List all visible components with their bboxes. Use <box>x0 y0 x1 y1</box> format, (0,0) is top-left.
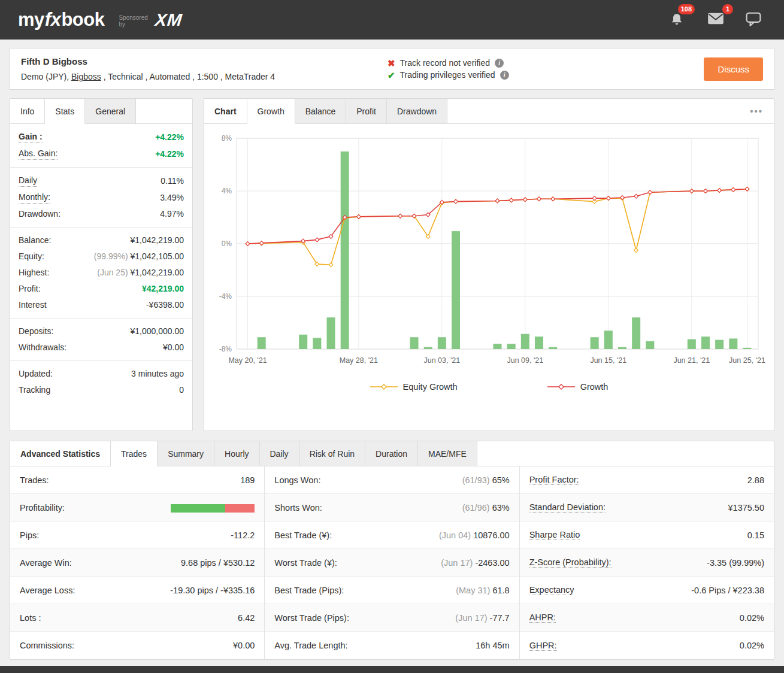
tab-profit[interactable]: Profit <box>346 99 387 124</box>
svg-text:8%: 8% <box>222 134 232 143</box>
stat-label[interactable]: Standard Deviation: <box>529 502 606 513</box>
stat-value: ¥1,042,219.00 <box>130 235 184 246</box>
stat-label[interactable]: Daily <box>19 175 37 187</box>
stat-value: +4.22% <box>155 148 184 160</box>
stat-label: Balance: <box>19 235 51 246</box>
stat-value: (May 31) 61.8 <box>456 586 509 595</box>
stat-value: 9.68 pips / ¥530.12 <box>181 558 255 568</box>
sponsored-line1: Sponsored <box>119 14 147 21</box>
stat-value-muted: (Jun 17) <box>441 558 475 568</box>
tab-daily[interactable]: Daily <box>260 441 299 466</box>
stat-label[interactable]: AHPR: <box>529 613 556 623</box>
tab-chart[interactable]: Chart <box>204 99 247 124</box>
stat-value: -19.30 pips / -¥335.16 <box>170 586 255 595</box>
stat-label: Pips: <box>20 530 39 540</box>
broker-link[interactable]: Bigboss <box>71 72 101 81</box>
stat-row-avg-trade-length: Avg. Trade Length:16h 45m <box>265 632 519 659</box>
stat-value-muted: (Jun 25) <box>97 268 130 277</box>
messages-badge: 1 <box>722 4 733 14</box>
sponsored-by-label: Sponsored by <box>119 14 147 28</box>
stat-label[interactable]: GHPR: <box>529 641 557 651</box>
stat-row-standard-deviation: Standard Deviation:¥1375.50 <box>520 494 774 522</box>
stat-label[interactable]: Profit Factor: <box>529 475 579 485</box>
stat-group: Updated:3 minutes agoTracking0 <box>10 361 192 403</box>
logo-fx: fx <box>45 9 61 30</box>
stat-value-muted: (99.99%) <box>94 251 131 261</box>
info-icon[interactable]: i <box>500 71 509 80</box>
stat-label[interactable]: Sharpe Ratio <box>529 530 580 540</box>
tab-trades[interactable]: Trades <box>111 441 158 466</box>
stat-row-equity: Equity:(99.99%) ¥1,042,105.00 <box>10 248 192 265</box>
discuss-button[interactable]: Discuss <box>704 57 763 81</box>
tab-balance[interactable]: Balance <box>295 99 347 124</box>
logo-my: my <box>18 9 44 30</box>
tab-duration[interactable]: Duration <box>365 441 418 466</box>
logo-book: book <box>61 9 104 30</box>
stat-label: Shorts Won: <box>274 503 322 513</box>
stat-value: 4.97% <box>160 208 184 220</box>
stat-row-expectancy: Expectancy-0.6 Pips / ¥223.38 <box>520 577 774 604</box>
xm-logo[interactable]: XM <box>154 10 183 30</box>
more-menu-icon[interactable]: ••• <box>739 99 774 124</box>
stat-label[interactable]: Gain : <box>19 131 43 143</box>
stat-value-muted: (61/96) <box>462 503 492 513</box>
stat-label: Best Trade (¥): <box>274 530 332 540</box>
stat-row-average-loss: Average Loss:-19.30 pips / -¥335.16 <box>10 577 264 604</box>
tab-drawdown[interactable]: Drawdown <box>387 99 447 124</box>
stat-label[interactable]: Monthly: <box>19 192 50 204</box>
tab-info[interactable]: Info <box>10 99 45 124</box>
myfxbook-logo[interactable]: myfxbook <box>18 9 104 31</box>
profitability-bar-win <box>171 504 225 513</box>
messages-button[interactable]: 1 <box>707 12 724 28</box>
verification-block: ✖ Track record not verified i ✔ Trading … <box>388 56 704 82</box>
legend-label: Growth <box>580 382 609 392</box>
stat-label: Profitability: <box>20 503 65 513</box>
chat-button[interactable] <box>746 12 762 28</box>
stat-row-balance: Balance:¥1,042,219.00 <box>10 232 192 248</box>
stat-row-trades: Trades:189 <box>10 466 264 494</box>
tab-summary[interactable]: Summary <box>158 441 214 466</box>
profitability-bar-loss <box>225 504 255 513</box>
profitability-bar <box>171 504 255 513</box>
legend-item-growth[interactable]: Growth <box>547 382 609 392</box>
tab-general[interactable]: General <box>85 99 136 124</box>
tab-hourly[interactable]: Hourly <box>214 441 259 466</box>
legend-swatch <box>547 383 575 390</box>
privileges-row: ✔ Trading privileges verified i <box>388 70 704 80</box>
stat-row-shorts-won: Shorts Won:(61/96) 63% <box>265 494 519 522</box>
svg-text:Jun 03, '21: Jun 03, '21 <box>423 356 460 365</box>
stat-label[interactable]: Abs. Gain: <box>19 148 57 160</box>
svg-text:4%: 4% <box>222 187 232 195</box>
tabbar-filler <box>477 441 774 466</box>
tab-mae-mfe[interactable]: MAE/MFE <box>418 441 477 466</box>
stat-label[interactable]: Z-Score (Probability): <box>529 557 612 568</box>
stat-label: Profit: <box>19 283 41 295</box>
tabbar-filler <box>136 99 192 124</box>
growth-chart-svg: 8%4%0%-4%-8%May 20, '21May 28, '21Jun 03… <box>208 129 767 371</box>
stat-value-muted: (Jun 04) <box>439 530 473 540</box>
notifications-bell-button[interactable]: 108 <box>669 12 686 28</box>
stat-group: Gain :+4.22%Abs. Gain:+4.22% <box>10 124 192 168</box>
stat-row-ahpr: AHPR:0.02% <box>520 604 774 632</box>
stat-row-best-trade: Best Trade (¥):(Jun 04) 10876.00 <box>265 522 519 549</box>
tab-growth[interactable]: Growth <box>247 99 295 124</box>
legend-item-equity-growth[interactable]: Equity Growth <box>370 382 458 392</box>
stat-label: Interest <box>19 299 47 311</box>
stat-label: Lots : <box>20 613 41 623</box>
tab-advanced-statistics[interactable]: Advanced Statistics <box>10 441 111 466</box>
stat-value: 3 minutes ago <box>131 368 184 380</box>
stat-label[interactable]: Expectancy <box>529 585 574 595</box>
chart-legend: Equity GrowthGrowth <box>204 372 774 398</box>
tab-risk-of-ruin[interactable]: Risk of Ruin <box>299 441 365 466</box>
stat-group: Balance:¥1,042,219.00Equity:(99.99%) ¥1,… <box>10 228 192 319</box>
stat-value: +4.22% <box>155 132 184 143</box>
tab-stats[interactable]: Stats <box>45 99 85 124</box>
stats-column-1: Trades:189Profitability:Pips:-112.2Avera… <box>10 466 264 659</box>
privileges-label: Trading privileges verified <box>400 70 495 80</box>
stat-row-profit: Profit:¥42,219.00 <box>10 281 192 297</box>
stat-value: -112.2 <box>231 530 255 540</box>
track-record-row: ✖ Track record not verified i <box>388 58 704 68</box>
stat-label: Average Loss: <box>20 586 75 595</box>
info-icon[interactable]: i <box>495 59 504 68</box>
stat-row-monthly: Monthly:3.49% <box>10 189 192 206</box>
